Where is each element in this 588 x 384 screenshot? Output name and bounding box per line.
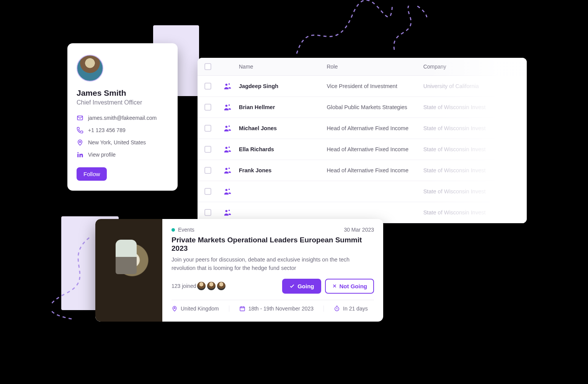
- svg-point-5: [229, 83, 230, 85]
- follow-button[interactable]: Follow: [77, 167, 107, 181]
- person-role: Head of Alternative Fixed Income: [327, 125, 423, 131]
- profile-phone-row: +1 123 456 789: [77, 127, 168, 134]
- row-checkbox[interactable]: [204, 146, 211, 153]
- table-row[interactable]: Jagdeep SinghVice President of Investmen…: [198, 76, 527, 97]
- row-checkbox[interactable]: [204, 209, 211, 216]
- person-name: Frank Jones: [239, 167, 327, 173]
- event-location: United Kingdom: [181, 306, 219, 312]
- row-checkbox[interactable]: [204, 125, 211, 132]
- decorative-squiggle: [51, 236, 101, 320]
- event-description: Join your peers for discussion, debate a…: [172, 256, 374, 273]
- person-company: University of California: [423, 83, 520, 89]
- select-all-checkbox[interactable]: [204, 63, 211, 70]
- people-table: Name Role Company Jagdeep SinghVice Pres…: [198, 58, 527, 223]
- profile-location-row: New York, United States: [77, 139, 168, 146]
- event-title: Private Markets Operational Leaders Euro…: [172, 236, 374, 253]
- profile-email-row: james.smith@fakeemail.com: [77, 114, 168, 121]
- profile-role: Chief Investment Officer: [77, 99, 168, 106]
- people-icon: [224, 124, 239, 132]
- attendee-avatar: [216, 281, 226, 291]
- phone-icon: [77, 127, 83, 134]
- people-icon: [224, 103, 239, 111]
- table-header: Name Role Company: [198, 58, 527, 76]
- profile-location: New York, United States: [88, 139, 146, 145]
- person-role: Head of Alternative Fixed Income: [327, 167, 423, 173]
- svg-point-15: [229, 189, 230, 190]
- event-image: [95, 219, 162, 322]
- row-checkbox[interactable]: [204, 83, 211, 90]
- row-checkbox[interactable]: [204, 167, 211, 174]
- mail-icon: [77, 114, 83, 121]
- profile-phone: +1 123 456 789: [88, 127, 126, 133]
- map-pin-icon: [172, 306, 178, 312]
- decorative-squiggle: [295, 0, 394, 57]
- not-going-button[interactable]: Not Going: [325, 279, 374, 294]
- event-card: Events 30 Mar 2023 Private Markets Opera…: [95, 219, 383, 322]
- person-company: State of Wisconsin Invest: [423, 167, 520, 173]
- joined-count: 123 joined: [172, 283, 196, 289]
- close-icon: [332, 283, 337, 289]
- calendar-icon: [239, 306, 245, 312]
- attendee-avatar: [206, 281, 216, 291]
- table-row[interactable]: Brian HellmerGlobal Public Markets Strat…: [198, 97, 527, 118]
- svg-point-13: [229, 168, 230, 169]
- svg-point-1: [79, 141, 81, 143]
- svg-rect-2: [77, 154, 78, 157]
- timer-icon: [334, 306, 340, 312]
- svg-point-9: [229, 126, 230, 127]
- table-row[interactable]: State of Wisconsin Invest: [198, 181, 527, 202]
- svg-point-6: [225, 105, 228, 107]
- profile-card: James Smith Chief Investment Officer jam…: [67, 43, 178, 191]
- svg-point-14: [225, 189, 228, 191]
- avatar: [77, 55, 103, 82]
- svg-point-3: [77, 152, 78, 153]
- linkedin-icon: [77, 151, 83, 158]
- svg-point-7: [229, 105, 230, 106]
- person-company: State of Wisconsin Invest: [423, 104, 520, 110]
- svg-point-10: [225, 147, 228, 149]
- not-going-label: Not Going: [340, 283, 367, 289]
- event-category: Events: [178, 227, 194, 233]
- attendee-avatar: [196, 281, 206, 291]
- view-profile-link[interactable]: View profile: [88, 152, 116, 158]
- event-date: 30 Mar 2023: [344, 227, 374, 233]
- joined-indicator: 123 joined: [172, 281, 226, 291]
- people-icon: [224, 187, 239, 196]
- person-name: Brian Hellmer: [239, 104, 327, 110]
- svg-point-18: [174, 307, 175, 309]
- table-row[interactable]: Frank JonesHead of Alternative Fixed Inc…: [198, 160, 527, 181]
- col-role: Role: [327, 64, 423, 70]
- svg-point-17: [229, 210, 230, 211]
- profile-name: James Smith: [77, 88, 168, 98]
- person-name: Michael Jones: [239, 125, 327, 131]
- map-pin-icon: [77, 139, 83, 146]
- check-icon: [289, 283, 295, 289]
- people-icon: [224, 166, 239, 175]
- svg-point-16: [225, 210, 228, 212]
- person-company: State of Wisconsin Invest: [423, 146, 520, 152]
- row-checkbox[interactable]: [204, 104, 211, 111]
- table-row[interactable]: Michael JonesHead of Alternative Fixed I…: [198, 118, 527, 139]
- table-row[interactable]: Ella RichardsHead of Alternative Fixed I…: [198, 139, 527, 160]
- row-checkbox[interactable]: [204, 188, 211, 195]
- person-role: Global Public Markets Strategies: [327, 104, 423, 110]
- col-name: Name: [239, 64, 327, 70]
- event-countdown: In 21 days: [343, 306, 368, 312]
- col-company: Company: [423, 64, 520, 70]
- svg-point-11: [229, 147, 230, 148]
- category-dot-icon: [172, 228, 175, 232]
- person-role: Head of Alternative Fixed Income: [327, 146, 423, 152]
- profile-linkedin-row[interactable]: View profile: [77, 151, 168, 158]
- svg-point-4: [225, 84, 228, 86]
- people-icon: [224, 82, 239, 90]
- svg-point-8: [225, 126, 228, 128]
- person-role: Vice President of Investment: [327, 83, 423, 89]
- profile-email: james.smith@fakeemail.com: [88, 115, 157, 121]
- person-company: State of Wisconsin Invest: [423, 188, 520, 194]
- svg-point-12: [225, 168, 228, 170]
- person-name: Ella Richards: [239, 146, 327, 152]
- going-button[interactable]: Going: [282, 279, 321, 294]
- person-company: State of Wisconsin Invest: [423, 125, 520, 131]
- people-icon: [224, 208, 239, 217]
- going-label: Going: [297, 283, 314, 289]
